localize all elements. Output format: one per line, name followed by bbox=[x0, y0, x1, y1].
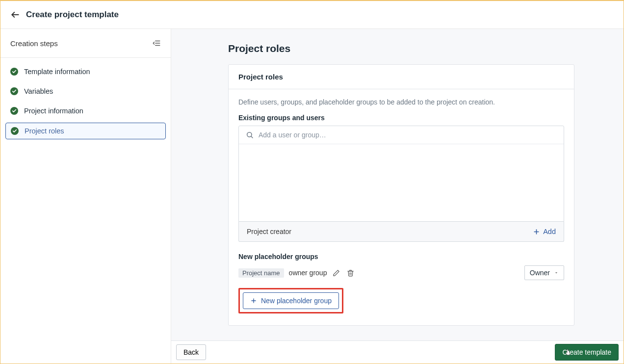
role-select[interactable]: Owner bbox=[524, 265, 564, 280]
caret-down-icon bbox=[554, 270, 559, 275]
add-button[interactable]: Add bbox=[533, 228, 556, 235]
search-input[interactable] bbox=[259, 131, 557, 139]
card-description: Define users, groups, and placeholder gr… bbox=[238, 98, 564, 106]
svg-line-5 bbox=[251, 136, 253, 138]
role-select-value: Owner bbox=[530, 269, 550, 277]
step-variables[interactable]: Variables bbox=[5, 83, 166, 99]
search-icon bbox=[246, 131, 254, 139]
project-creator-row: Project creator Add bbox=[238, 222, 564, 242]
back-button[interactable]: Back bbox=[176, 344, 206, 360]
collapse-sidebar-icon[interactable] bbox=[152, 39, 161, 48]
step-label: Project information bbox=[24, 107, 83, 115]
step-label: Template information bbox=[24, 68, 90, 76]
project-creator-label: Project creator bbox=[247, 228, 291, 235]
sidebar: Creation steps Template information Vari bbox=[0, 29, 171, 364]
sidebar-title: Creation steps bbox=[10, 39, 58, 48]
search-row[interactable] bbox=[239, 126, 564, 144]
placeholder-group-row: Project name owner group bbox=[238, 265, 564, 280]
edit-icon[interactable] bbox=[332, 268, 341, 278]
page-header: Create project template bbox=[0, 1, 624, 29]
step-template-information[interactable]: Template information bbox=[5, 64, 166, 79]
main-heading: Project roles bbox=[228, 43, 574, 54]
empty-results-area bbox=[239, 144, 564, 221]
new-placeholder-group-button[interactable]: New placeholder group bbox=[243, 292, 339, 309]
placeholder-groups-label: New placeholder groups bbox=[238, 253, 564, 260]
step-project-information[interactable]: Project information bbox=[5, 103, 166, 119]
check-icon bbox=[10, 68, 18, 76]
plus-icon bbox=[250, 297, 257, 304]
card-title: Project roles bbox=[229, 65, 574, 89]
highlight-box: New placeholder group bbox=[238, 288, 343, 313]
back-arrow-icon[interactable] bbox=[10, 10, 20, 20]
add-label: Add bbox=[543, 228, 556, 235]
group-name: owner group bbox=[289, 269, 327, 277]
check-icon bbox=[11, 127, 19, 135]
variable-tag: Project name bbox=[238, 268, 284, 278]
trash-icon[interactable] bbox=[346, 268, 355, 278]
sidebar-header: Creation steps bbox=[0, 29, 171, 58]
project-roles-card: Project roles Define users, groups, and … bbox=[228, 64, 574, 326]
existing-groups-box bbox=[238, 126, 564, 222]
check-icon bbox=[10, 87, 18, 95]
create-template-label: Create template bbox=[562, 348, 611, 356]
step-label: Project roles bbox=[25, 127, 64, 135]
plus-icon bbox=[533, 228, 540, 235]
footer-bar: Back Create template bbox=[171, 340, 624, 364]
page-title: Create project template bbox=[26, 10, 119, 20]
existing-groups-label: Existing groups and users bbox=[238, 114, 564, 122]
step-label: Variables bbox=[24, 87, 53, 95]
new-placeholder-label: New placeholder group bbox=[261, 297, 332, 305]
steps-list: Template information Variables Project i… bbox=[0, 58, 171, 145]
check-icon bbox=[10, 107, 18, 115]
create-template-button[interactable]: Create template bbox=[555, 344, 619, 361]
main-panel: Project roles Project roles Define users… bbox=[171, 29, 624, 364]
step-project-roles[interactable]: Project roles bbox=[5, 123, 166, 139]
